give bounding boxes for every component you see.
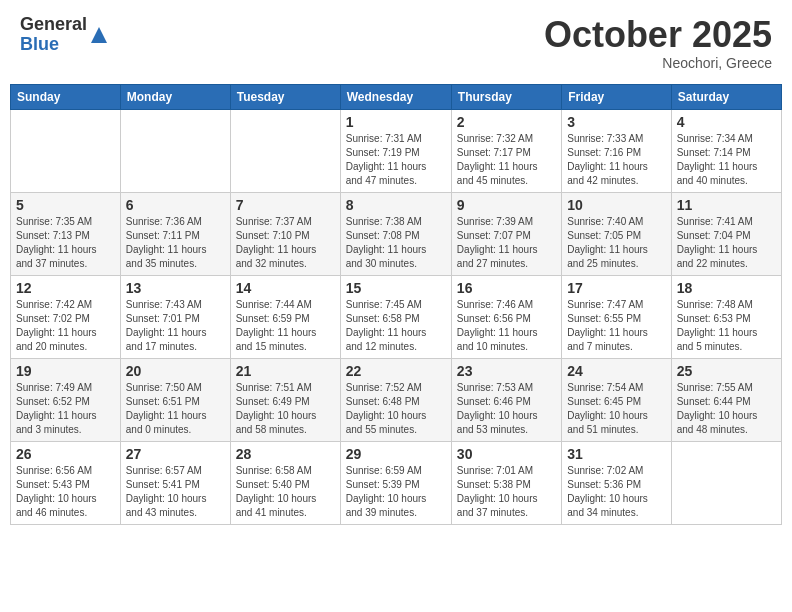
logo-general-text: General bbox=[20, 15, 87, 35]
day-info: Sunrise: 7:37 AM Sunset: 7:10 PM Dayligh… bbox=[236, 215, 335, 271]
calendar-cell bbox=[120, 109, 230, 192]
calendar-cell: 26Sunrise: 6:56 AM Sunset: 5:43 PM Dayli… bbox=[11, 441, 121, 524]
weekday-header: Monday bbox=[120, 84, 230, 109]
day-number: 1 bbox=[346, 114, 446, 130]
day-number: 8 bbox=[346, 197, 446, 213]
day-info: Sunrise: 7:40 AM Sunset: 7:05 PM Dayligh… bbox=[567, 215, 665, 271]
location: Neochori, Greece bbox=[544, 55, 772, 71]
day-info: Sunrise: 6:59 AM Sunset: 5:39 PM Dayligh… bbox=[346, 464, 446, 520]
calendar-cell: 22Sunrise: 7:52 AM Sunset: 6:48 PM Dayli… bbox=[340, 358, 451, 441]
calendar-cell bbox=[11, 109, 121, 192]
day-info: Sunrise: 7:55 AM Sunset: 6:44 PM Dayligh… bbox=[677, 381, 776, 437]
day-info: Sunrise: 6:58 AM Sunset: 5:40 PM Dayligh… bbox=[236, 464, 335, 520]
weekday-header: Saturday bbox=[671, 84, 781, 109]
day-info: Sunrise: 7:39 AM Sunset: 7:07 PM Dayligh… bbox=[457, 215, 556, 271]
calendar-cell: 21Sunrise: 7:51 AM Sunset: 6:49 PM Dayli… bbox=[230, 358, 340, 441]
day-number: 9 bbox=[457, 197, 556, 213]
calendar-cell: 29Sunrise: 6:59 AM Sunset: 5:39 PM Dayli… bbox=[340, 441, 451, 524]
day-number: 6 bbox=[126, 197, 225, 213]
day-number: 28 bbox=[236, 446, 335, 462]
day-info: Sunrise: 6:56 AM Sunset: 5:43 PM Dayligh… bbox=[16, 464, 115, 520]
day-info: Sunrise: 7:35 AM Sunset: 7:13 PM Dayligh… bbox=[16, 215, 115, 271]
calendar-cell: 28Sunrise: 6:58 AM Sunset: 5:40 PM Dayli… bbox=[230, 441, 340, 524]
calendar-week-row: 1Sunrise: 7:31 AM Sunset: 7:19 PM Daylig… bbox=[11, 109, 782, 192]
day-info: Sunrise: 7:38 AM Sunset: 7:08 PM Dayligh… bbox=[346, 215, 446, 271]
day-info: Sunrise: 7:43 AM Sunset: 7:01 PM Dayligh… bbox=[126, 298, 225, 354]
svg-marker-0 bbox=[91, 27, 107, 43]
day-info: Sunrise: 7:49 AM Sunset: 6:52 PM Dayligh… bbox=[16, 381, 115, 437]
calendar-cell: 12Sunrise: 7:42 AM Sunset: 7:02 PM Dayli… bbox=[11, 275, 121, 358]
calendar-table: SundayMondayTuesdayWednesdayThursdayFrid… bbox=[10, 84, 782, 525]
day-info: Sunrise: 7:32 AM Sunset: 7:17 PM Dayligh… bbox=[457, 132, 556, 188]
weekday-header-row: SundayMondayTuesdayWednesdayThursdayFrid… bbox=[11, 84, 782, 109]
day-number: 20 bbox=[126, 363, 225, 379]
day-number: 19 bbox=[16, 363, 115, 379]
calendar-cell: 13Sunrise: 7:43 AM Sunset: 7:01 PM Dayli… bbox=[120, 275, 230, 358]
calendar-cell bbox=[230, 109, 340, 192]
calendar-cell: 20Sunrise: 7:50 AM Sunset: 6:51 PM Dayli… bbox=[120, 358, 230, 441]
day-number: 22 bbox=[346, 363, 446, 379]
calendar-cell: 14Sunrise: 7:44 AM Sunset: 6:59 PM Dayli… bbox=[230, 275, 340, 358]
day-number: 18 bbox=[677, 280, 776, 296]
weekday-header: Friday bbox=[562, 84, 671, 109]
calendar-cell: 4Sunrise: 7:34 AM Sunset: 7:14 PM Daylig… bbox=[671, 109, 781, 192]
day-number: 10 bbox=[567, 197, 665, 213]
day-info: Sunrise: 7:45 AM Sunset: 6:58 PM Dayligh… bbox=[346, 298, 446, 354]
day-number: 13 bbox=[126, 280, 225, 296]
day-number: 25 bbox=[677, 363, 776, 379]
day-info: Sunrise: 7:01 AM Sunset: 5:38 PM Dayligh… bbox=[457, 464, 556, 520]
calendar-cell: 27Sunrise: 6:57 AM Sunset: 5:41 PM Dayli… bbox=[120, 441, 230, 524]
day-number: 24 bbox=[567, 363, 665, 379]
calendar-cell: 9Sunrise: 7:39 AM Sunset: 7:07 PM Daylig… bbox=[451, 192, 561, 275]
day-info: Sunrise: 7:33 AM Sunset: 7:16 PM Dayligh… bbox=[567, 132, 665, 188]
calendar-cell bbox=[671, 441, 781, 524]
day-number: 26 bbox=[16, 446, 115, 462]
logo: General Blue bbox=[20, 15, 109, 55]
calendar-week-row: 5Sunrise: 7:35 AM Sunset: 7:13 PM Daylig… bbox=[11, 192, 782, 275]
logo-blue-text: Blue bbox=[20, 35, 87, 55]
calendar-cell: 16Sunrise: 7:46 AM Sunset: 6:56 PM Dayli… bbox=[451, 275, 561, 358]
page-header: General Blue October 2025 Neochori, Gree… bbox=[10, 10, 782, 76]
day-number: 30 bbox=[457, 446, 556, 462]
day-number: 5 bbox=[16, 197, 115, 213]
title-block: October 2025 Neochori, Greece bbox=[544, 15, 772, 71]
day-info: Sunrise: 7:52 AM Sunset: 6:48 PM Dayligh… bbox=[346, 381, 446, 437]
weekday-header: Wednesday bbox=[340, 84, 451, 109]
day-number: 11 bbox=[677, 197, 776, 213]
calendar-cell: 31Sunrise: 7:02 AM Sunset: 5:36 PM Dayli… bbox=[562, 441, 671, 524]
day-info: Sunrise: 7:51 AM Sunset: 6:49 PM Dayligh… bbox=[236, 381, 335, 437]
day-number: 14 bbox=[236, 280, 335, 296]
day-number: 7 bbox=[236, 197, 335, 213]
day-number: 27 bbox=[126, 446, 225, 462]
day-number: 15 bbox=[346, 280, 446, 296]
day-number: 4 bbox=[677, 114, 776, 130]
day-info: Sunrise: 7:46 AM Sunset: 6:56 PM Dayligh… bbox=[457, 298, 556, 354]
day-number: 17 bbox=[567, 280, 665, 296]
calendar-cell: 1Sunrise: 7:31 AM Sunset: 7:19 PM Daylig… bbox=[340, 109, 451, 192]
weekday-header: Sunday bbox=[11, 84, 121, 109]
day-number: 21 bbox=[236, 363, 335, 379]
calendar-cell: 25Sunrise: 7:55 AM Sunset: 6:44 PM Dayli… bbox=[671, 358, 781, 441]
calendar-cell: 18Sunrise: 7:48 AM Sunset: 6:53 PM Dayli… bbox=[671, 275, 781, 358]
day-info: Sunrise: 6:57 AM Sunset: 5:41 PM Dayligh… bbox=[126, 464, 225, 520]
weekday-header: Tuesday bbox=[230, 84, 340, 109]
day-info: Sunrise: 7:34 AM Sunset: 7:14 PM Dayligh… bbox=[677, 132, 776, 188]
day-info: Sunrise: 7:42 AM Sunset: 7:02 PM Dayligh… bbox=[16, 298, 115, 354]
logo-icon bbox=[89, 25, 109, 45]
day-info: Sunrise: 7:41 AM Sunset: 7:04 PM Dayligh… bbox=[677, 215, 776, 271]
day-info: Sunrise: 7:48 AM Sunset: 6:53 PM Dayligh… bbox=[677, 298, 776, 354]
calendar-cell: 10Sunrise: 7:40 AM Sunset: 7:05 PM Dayli… bbox=[562, 192, 671, 275]
weekday-header: Thursday bbox=[451, 84, 561, 109]
calendar-cell: 8Sunrise: 7:38 AM Sunset: 7:08 PM Daylig… bbox=[340, 192, 451, 275]
day-info: Sunrise: 7:50 AM Sunset: 6:51 PM Dayligh… bbox=[126, 381, 225, 437]
day-number: 3 bbox=[567, 114, 665, 130]
day-info: Sunrise: 7:44 AM Sunset: 6:59 PM Dayligh… bbox=[236, 298, 335, 354]
calendar-cell: 3Sunrise: 7:33 AM Sunset: 7:16 PM Daylig… bbox=[562, 109, 671, 192]
calendar-cell: 15Sunrise: 7:45 AM Sunset: 6:58 PM Dayli… bbox=[340, 275, 451, 358]
day-number: 23 bbox=[457, 363, 556, 379]
calendar-week-row: 19Sunrise: 7:49 AM Sunset: 6:52 PM Dayli… bbox=[11, 358, 782, 441]
calendar-week-row: 12Sunrise: 7:42 AM Sunset: 7:02 PM Dayli… bbox=[11, 275, 782, 358]
day-number: 12 bbox=[16, 280, 115, 296]
calendar-cell: 5Sunrise: 7:35 AM Sunset: 7:13 PM Daylig… bbox=[11, 192, 121, 275]
day-number: 29 bbox=[346, 446, 446, 462]
